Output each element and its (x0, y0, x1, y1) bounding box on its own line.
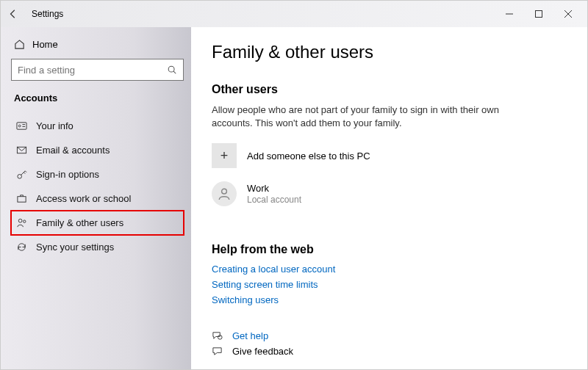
svg-rect-1 (536, 11, 542, 18)
maximize-button[interactable] (524, 4, 553, 24)
nav-list: Your info Email & accounts Sign-in optio… (11, 114, 184, 259)
nav-label: Access work or school (36, 193, 131, 204)
chat-icon (212, 330, 223, 341)
page-title: Family & other users (212, 42, 567, 62)
svg-point-5 (18, 125, 21, 127)
nav-label: Sync your settings (36, 242, 114, 253)
sidebar: Home Accounts Your info Email & accounts (1, 27, 191, 369)
get-help-row[interactable]: Get help (212, 330, 567, 341)
help-links: Creating a local user account Setting sc… (212, 264, 567, 305)
minimize-button[interactable] (495, 4, 524, 24)
user-info: Work Local account (247, 183, 301, 205)
mail-icon (15, 145, 27, 156)
sidebar-item-email[interactable]: Email & accounts (11, 138, 184, 162)
window-controls (495, 4, 583, 24)
svg-line-3 (173, 71, 176, 73)
svg-point-13 (222, 189, 227, 195)
help-link-create-account[interactable]: Creating a local user account (212, 264, 335, 275)
help-link-screen-time[interactable]: Setting screen time limits (212, 279, 318, 290)
close-button[interactable] (553, 4, 583, 24)
search-icon (167, 65, 177, 75)
settings-window: Settings Home Accounts (0, 0, 588, 370)
other-users-heading: Other users (212, 83, 567, 96)
titlebar: Settings (1, 1, 587, 27)
content: Family & other users Other users Allow p… (191, 27, 587, 369)
window-title: Settings (32, 9, 63, 19)
back-button[interactable] (5, 9, 21, 19)
section-header: Accounts (14, 92, 184, 104)
search-input[interactable] (18, 65, 167, 76)
sidebar-item-signin[interactable]: Sign-in options (11, 162, 184, 186)
feedback-label: Give feedback (232, 346, 293, 357)
body: Home Accounts Your info Email & accounts (1, 27, 587, 369)
user-account-row[interactable]: Work Local account (212, 181, 567, 206)
sidebar-item-your-info[interactable]: Your info (11, 114, 184, 138)
feedback-row[interactable]: Give feedback (212, 346, 567, 357)
get-help-link[interactable]: Get help (232, 330, 268, 341)
nav-label: Email & accounts (36, 145, 110, 156)
home-button[interactable]: Home (11, 36, 184, 59)
account-type: Local account (247, 195, 301, 205)
search-box[interactable] (11, 59, 184, 81)
nav-label: Family & other users (36, 217, 123, 228)
sidebar-item-work[interactable]: Access work or school (11, 186, 184, 211)
plus-icon: + (212, 143, 237, 168)
feedback-icon (212, 346, 223, 357)
help-heading: Help from the web (212, 243, 567, 256)
people-icon (15, 217, 27, 228)
add-user-button[interactable]: + Add someone else to this PC (212, 143, 567, 168)
help-link-switching[interactable]: Switching users (212, 294, 279, 305)
home-label: Home (32, 39, 58, 50)
svg-point-2 (168, 66, 174, 72)
sidebar-item-sync[interactable]: Sync your settings (11, 235, 184, 259)
svg-point-11 (18, 219, 22, 222)
key-icon (15, 169, 27, 180)
add-user-label: Add someone else to this PC (247, 150, 370, 162)
nav-label: Your info (36, 120, 74, 131)
sync-icon (15, 242, 27, 253)
home-icon (14, 39, 25, 50)
svg-point-12 (23, 220, 25, 222)
badge-icon (15, 120, 27, 131)
svg-rect-10 (17, 197, 25, 203)
avatar-icon (212, 181, 237, 206)
other-users-desc: Allow people who are not part of your fa… (212, 104, 520, 130)
briefcase-icon (15, 193, 27, 204)
account-name: Work (247, 183, 301, 195)
sidebar-item-family[interactable]: Family & other users (11, 211, 184, 235)
nav-label: Sign-in options (36, 169, 99, 180)
